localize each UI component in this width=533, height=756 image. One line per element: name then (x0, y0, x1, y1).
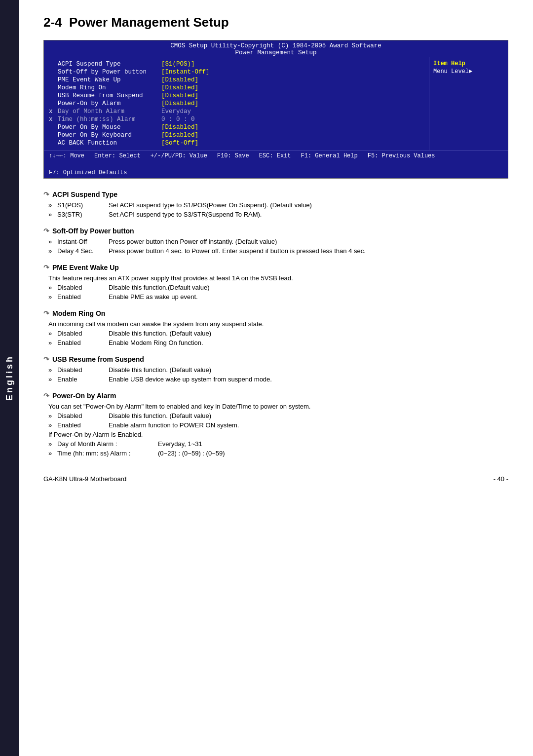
desc-item: »DisabledDisable this function. (Default… (48, 366, 508, 374)
arrow-icon: ↷ (43, 227, 49, 235)
desc-item-bullet: » (48, 421, 55, 429)
desc-item-bullet: » (48, 412, 55, 419)
desc-heading-soft-off-power: ↷Soft-Off by Power button (43, 227, 508, 235)
bios-row-label: PME Event Wake Up (58, 76, 156, 83)
desc-body-modem-ring-on: An incoming call via modem can awake the… (48, 320, 508, 346)
bios-row-label: Power On By Mouse (58, 124, 156, 131)
desc-item-value: Disable this function. (Default value) (109, 412, 508, 419)
desc-heading-pme-event-wake-up: ↷PME Event Wake Up (43, 264, 508, 271)
bios-row-value: [Disabled] (161, 76, 198, 83)
desc-section-pme-event-wake-up: ↷PME Event Wake UpThis feature requires … (43, 264, 508, 301)
bios-footer-item: F10: Save (217, 152, 249, 159)
desc-item: »S1(POS)Set ACPI suspend type to S1/POS(… (48, 201, 508, 209)
bios-row-value: [Soft-Off] (161, 140, 198, 147)
bios-row-label: Modem Ring On (58, 84, 156, 91)
desc-item: »Instant-OffPress power button then Powe… (48, 238, 508, 245)
bios-footer-item: F5: Previous Values (368, 152, 435, 159)
desc-body-acpi-suspend-type: »S1(POS)Set ACPI suspend type to S1/POS(… (48, 201, 508, 218)
desc-body-soft-off-power: »Instant-OffPress power button then Powe… (48, 238, 508, 255)
bios-footer-item: ↑↓→←: Move (49, 152, 84, 159)
desc-body-usb-resume-suspend: »DisabledDisable this function. (Default… (48, 366, 508, 383)
bios-title2: Power Management Setup (44, 49, 508, 56)
bios-row: Power-On by Alarm[Disabled] (49, 100, 424, 108)
desc-item-value: Everyday, 1~31 (158, 440, 508, 448)
section-title: 2-4 Power Management Setup (43, 15, 508, 30)
desc-section-modem-ring-on: ↷Modem Ring OnAn incoming call via modem… (43, 309, 508, 346)
bios-footer-item: Enter: Select (94, 152, 141, 159)
desc-item-key: Disabled (57, 366, 107, 374)
desc-item-bullet: » (48, 293, 55, 301)
desc-heading-acpi-suspend-type: ↷ACPI Suspend Type (43, 190, 508, 198)
desc-item-value: Set ACPI suspend type to S1/POS(Power On… (109, 201, 508, 209)
bios-footer-item: F1: General Help (301, 152, 357, 159)
desc-item-key: Time (hh: mm: ss) Alarm : (57, 450, 156, 457)
bios-row: ACPI Suspend Type[S1(POS)] (49, 60, 424, 68)
bios-row-value: [Disabled] (161, 100, 198, 107)
desc-heading-modem-ring-on: ↷Modem Ring On (43, 309, 508, 317)
desc-item-bullet: » (48, 339, 55, 346)
arrow-icon: ↷ (43, 264, 49, 271)
bios-row-label: AC BACK Function (58, 140, 156, 147)
desc-item-key: Disabled (57, 284, 107, 291)
desc-item-bullet: » (48, 201, 55, 209)
desc-item-bullet: » (48, 284, 55, 291)
desc-item-value: Press power button 4 sec. to Power off. … (109, 247, 508, 255)
bios-settings-list: ACPI Suspend Type[S1(POS)] Soft-Off by P… (44, 57, 429, 150)
bios-row-value: Everyday (161, 108, 191, 115)
desc-heading-power-on-alarm: ↷Power-On by Alarm (43, 392, 508, 400)
desc-item: »DisabledDisable this function. (Default… (48, 330, 508, 337)
desc-item: »EnabledEnable alarm function to POWER O… (48, 421, 508, 429)
bios-row: xDay of Month AlarmEveryday (49, 108, 424, 115)
desc-item-key: Disabled (57, 412, 107, 419)
desc-item-value: Disable this function. (Default value) (109, 366, 508, 374)
bios-row-prefix: x (49, 116, 56, 123)
desc-section-usb-resume-suspend: ↷USB Resume from Suspend»DisabledDisable… (43, 355, 508, 383)
desc-item: »S3(STR)Set ACPI suspend type to S3/STR(… (48, 211, 508, 218)
arrow-icon: ↷ (43, 392, 49, 400)
desc-para: This feature requires an ATX power suppl… (48, 274, 508, 282)
desc-item-bullet: » (48, 238, 55, 245)
bios-body: ACPI Suspend Type[S1(POS)] Soft-Off by P… (44, 57, 508, 150)
desc-item-value: Enable Modem Ring On function. (109, 339, 508, 346)
desc-item-value: Disable this function.(Default value) (109, 284, 508, 291)
desc-heading-usb-resume-suspend: ↷USB Resume from Suspend (43, 355, 508, 363)
bios-row-value: [Disabled] (161, 124, 198, 131)
bios-row-label: Soft-Off by Power button (58, 69, 156, 76)
desc-item-key: S1(POS) (57, 201, 107, 209)
desc-item: »DisabledDisable this function. (Default… (48, 412, 508, 419)
bios-row: Modem Ring On[Disabled] (49, 84, 424, 92)
footer-right: - 40 - (494, 475, 508, 483)
desc-section-power-on-alarm: ↷Power-On by AlarmYou can set "Power-On … (43, 392, 508, 457)
desc-item-value: (0~23) : (0~59) : (0~59) (158, 450, 508, 457)
desc-item-bullet: » (48, 440, 55, 448)
desc-extra-para: If Power-On by Alarm is Enabled. (48, 431, 508, 438)
sidebar: English (0, 0, 19, 756)
bios-row-label: Power-On by Alarm (58, 100, 156, 107)
bios-row: PME Event Wake Up[Disabled] (49, 76, 424, 84)
bios-footer-item: F7: Optimized Defaults (49, 169, 127, 176)
bios-footer: ↑↓→←: MoveEnter: Select+/-/PU/PD: ValueF… (44, 150, 508, 178)
desc-item-value: Set ACPI suspend type to S3/STR(Suspend … (109, 211, 508, 218)
bios-row-label: Time (hh:mm:ss) Alarm (58, 116, 156, 123)
desc-item-bullet: » (48, 211, 55, 218)
desc-item-value: Disable this function. (Default value) (109, 330, 508, 337)
footer-left: GA-K8N Ultra-9 Motherboard (43, 475, 126, 483)
desc-item-key: Enabled (57, 293, 107, 301)
page-footer: GA-K8N Ultra-9 Motherboard - 40 - (43, 472, 508, 483)
main-content: 2-4 Power Management Setup CMOS Setup Ut… (19, 0, 533, 502)
desc-para: You can set "Power-On by Alarm" item to … (48, 403, 508, 410)
desc-item: »Delay 4 Sec.Press power button 4 sec. t… (48, 247, 508, 255)
bios-row: xTime (hh:mm:ss) Alarm0 : 0 : 0 (49, 115, 424, 123)
desc-item-key: Enabled (57, 339, 107, 346)
desc-item-value: Enable alarm function to POWER ON system… (109, 421, 508, 429)
bios-row-value: 0 : 0 : 0 (161, 116, 195, 123)
desc-item-value: Enable USB device wake up system from su… (109, 376, 508, 383)
bios-row: USB Resume from Suspend[Disabled] (49, 92, 424, 100)
bios-row-value: [Instant-Off] (161, 69, 210, 76)
desc-item: »EnabledEnable PME as wake up event. (48, 293, 508, 301)
bios-row-value: [Disabled] (161, 132, 198, 139)
desc-item: »EnableEnable USB device wake up system … (48, 376, 508, 383)
desc-item-key: Enable (57, 376, 107, 383)
desc-section-acpi-suspend-type: ↷ACPI Suspend Type»S1(POS)Set ACPI suspe… (43, 190, 508, 218)
bios-row-label: Power On By Keyboard (58, 132, 156, 139)
